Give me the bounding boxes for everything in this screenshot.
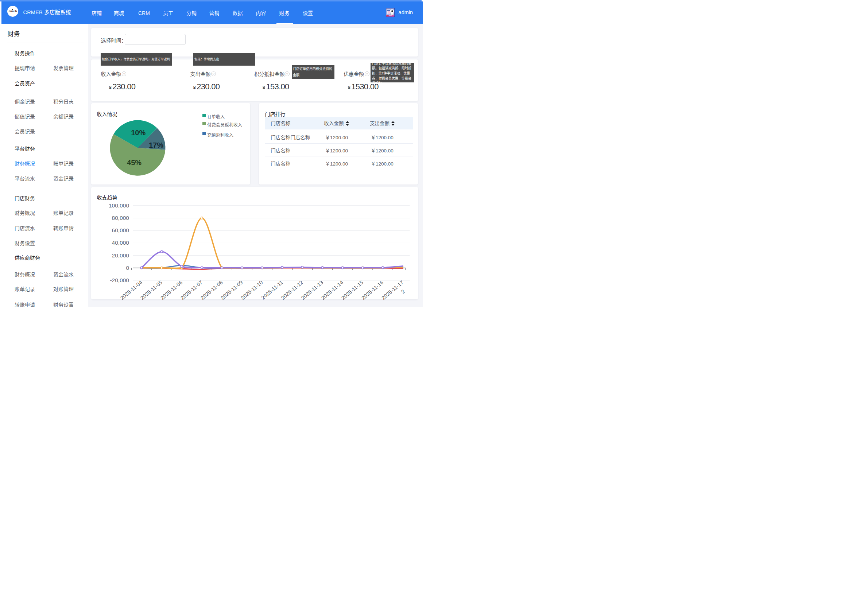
svg-text:2025-11-09: 2025-11-09 bbox=[219, 279, 244, 301]
svg-text:0: 0 bbox=[126, 265, 129, 271]
svg-text:10%: 10% bbox=[131, 129, 146, 137]
svg-text:2025-11-16: 2025-11-16 bbox=[360, 279, 384, 301]
svg-text:2025-11-05: 2025-11-05 bbox=[139, 279, 163, 301]
svg-text:60,000: 60,000 bbox=[112, 227, 129, 233]
svg-text:17%: 17% bbox=[149, 141, 163, 149]
svg-text:-20,000: -20,000 bbox=[110, 277, 129, 283]
svg-text:45%: 45% bbox=[127, 159, 141, 167]
svg-text:100,000: 100,000 bbox=[109, 202, 129, 209]
svg-text:40,000: 40,000 bbox=[112, 240, 129, 246]
svg-text:2: 2 bbox=[400, 288, 406, 295]
svg-text:2025-11-06: 2025-11-06 bbox=[159, 279, 183, 301]
svg-text:80,000: 80,000 bbox=[112, 215, 129, 221]
svg-text:2025-11-12: 2025-11-12 bbox=[280, 279, 304, 301]
svg-text:2025-11-13: 2025-11-13 bbox=[300, 279, 324, 301]
svg-text:2025-11-08: 2025-11-08 bbox=[199, 279, 224, 301]
svg-text:20,000: 20,000 bbox=[112, 252, 129, 259]
svg-text:2025-11-15: 2025-11-15 bbox=[340, 279, 364, 301]
svg-text:2025-11-10: 2025-11-10 bbox=[240, 279, 264, 301]
svg-text:2025-11-07: 2025-11-07 bbox=[179, 279, 203, 301]
svg-text:2025-11-14: 2025-11-14 bbox=[320, 279, 344, 301]
